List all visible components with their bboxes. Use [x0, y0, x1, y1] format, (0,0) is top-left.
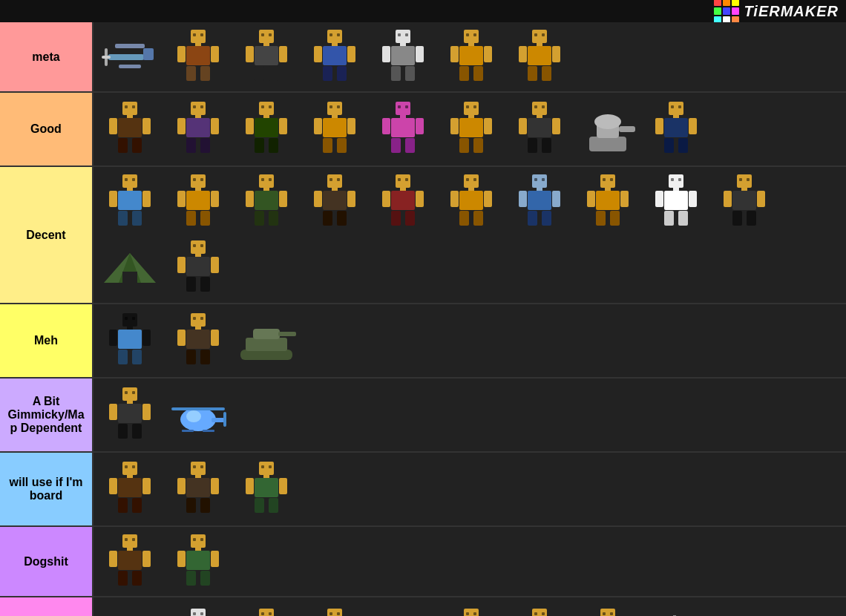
svg-rect-114 [532, 102, 547, 115]
svg-rect-33 [396, 30, 410, 43]
svg-rect-42 [464, 30, 479, 43]
svg-rect-73 [186, 118, 210, 137]
tier-item [165, 236, 232, 299]
tier-items-meh [94, 304, 846, 377]
tier-item [96, 604, 163, 616]
svg-rect-176 [391, 191, 415, 210]
svg-rect-259 [278, 332, 296, 336]
svg-rect-302 [269, 498, 278, 513]
logo-cell [723, 7, 730, 15]
svg-rect-249 [200, 317, 203, 320]
svg-rect-51 [532, 30, 547, 43]
tier-item [96, 309, 163, 373]
svg-rect-158 [255, 191, 278, 210]
svg-rect-194 [528, 191, 551, 210]
svg-rect-22 [255, 66, 264, 81]
tier-item [96, 236, 163, 299]
svg-rect-29 [314, 46, 322, 62]
svg-rect-8 [200, 33, 203, 36]
svg-rect-123 [589, 137, 626, 151]
svg-rect-198 [542, 211, 551, 226]
svg-rect-334 [259, 609, 274, 617]
svg-rect-147 [200, 178, 203, 181]
tier-item [165, 604, 232, 616]
svg-rect-275 [203, 430, 214, 432]
svg-rect-160 [279, 191, 287, 207]
svg-rect-186 [450, 191, 459, 207]
tier-item [165, 458, 232, 521]
svg-rect-99 [400, 115, 406, 118]
svg-rect-132 [655, 118, 663, 134]
tier-items-gimmicky [94, 379, 846, 451]
svg-rect-40 [391, 66, 401, 81]
svg-rect-23 [269, 66, 278, 81]
svg-rect-298 [255, 478, 278, 497]
svg-rect-143 [118, 211, 128, 226]
svg-rect-265 [109, 404, 117, 420]
svg-rect-206 [596, 211, 606, 226]
svg-rect-11 [177, 46, 186, 62]
svg-rect-67 [118, 138, 128, 153]
svg-rect-169 [347, 191, 355, 207]
svg-rect-120 [552, 118, 560, 134]
svg-rect-56 [519, 46, 527, 62]
svg-rect-320 [200, 571, 210, 586]
svg-rect-79 [261, 105, 264, 108]
svg-rect-231 [200, 244, 203, 247]
svg-rect-306 [127, 548, 133, 551]
tier-item [506, 25, 573, 88]
svg-rect-62 [132, 105, 135, 108]
tier-item [438, 604, 505, 616]
svg-rect-228 [122, 272, 137, 283]
svg-rect-232 [195, 254, 201, 257]
svg-rect-283 [118, 498, 128, 513]
svg-rect-54 [537, 43, 542, 46]
svg-rect-155 [261, 178, 264, 181]
svg-rect-77 [200, 138, 210, 153]
svg-rect-137 [125, 178, 128, 181]
svg-rect-185 [459, 191, 483, 210]
svg-rect-44 [473, 33, 476, 36]
svg-rect-286 [193, 465, 196, 468]
tier-item [165, 98, 232, 161]
svg-rect-247 [191, 313, 206, 327]
tier-item [301, 25, 368, 88]
svg-rect-37 [391, 46, 415, 65]
tier-item [233, 458, 300, 521]
svg-rect-52 [534, 33, 537, 36]
svg-rect-91 [323, 118, 347, 137]
svg-rect-71 [200, 105, 203, 108]
svg-rect-229 [191, 240, 206, 254]
svg-rect-159 [246, 191, 254, 207]
svg-rect-256 [240, 350, 292, 360]
svg-rect-28 [323, 46, 347, 65]
svg-rect-21 [279, 46, 287, 62]
svg-rect-172 [396, 174, 410, 188]
tier-item [370, 98, 436, 161]
svg-rect-115 [534, 105, 537, 108]
svg-rect-145 [191, 174, 206, 188]
svg-rect-24 [327, 30, 342, 43]
tier-list: TiERMAKER meta [0, 0, 846, 616]
svg-rect-200 [603, 178, 606, 181]
svg-rect-288 [195, 475, 201, 478]
svg-rect-36 [400, 43, 406, 46]
svg-rect-95 [337, 138, 347, 153]
svg-rect-117 [537, 115, 542, 118]
svg-rect-31 [323, 66, 332, 81]
svg-rect-217 [737, 174, 752, 188]
svg-rect-204 [587, 191, 595, 207]
svg-rect-32 [337, 66, 347, 81]
svg-rect-64 [118, 118, 142, 137]
svg-rect-130 [673, 115, 679, 118]
tier-item [233, 98, 300, 161]
tier-item [574, 171, 641, 234]
svg-rect-110 [450, 118, 459, 134]
tier-item [438, 98, 505, 161]
svg-rect-61 [125, 105, 128, 108]
svg-rect-358 [473, 612, 476, 615]
svg-rect-102 [416, 118, 424, 134]
svg-rect-312 [191, 534, 206, 548]
svg-rect-74 [177, 118, 186, 134]
tier-item [643, 604, 709, 616]
